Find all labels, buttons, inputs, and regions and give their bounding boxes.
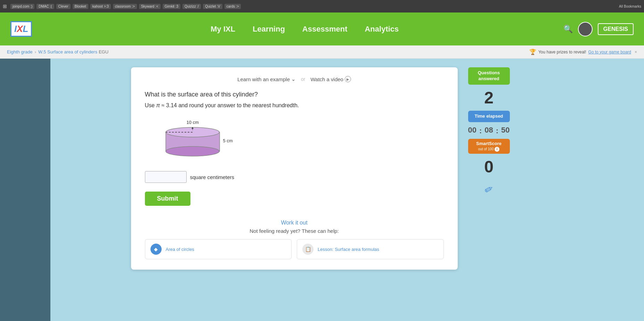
tab-clever[interactable]: Clever xyxy=(56,4,71,9)
tab-skyward[interactable]: Skyward :< xyxy=(139,4,161,9)
smartscore-value: 0 xyxy=(484,157,494,176)
submit-button[interactable]: Submit xyxy=(145,192,190,206)
diamond-icon: ◆ xyxy=(150,244,162,255)
breadcrumb-bar: Eighth grade › W.5 Surface area of cylin… xyxy=(0,45,644,59)
timer-colon-2: : xyxy=(496,126,498,135)
smartscore-label: SmartScore xyxy=(476,141,502,147)
logo-text: IXL xyxy=(14,24,28,34)
watch-video-label: Watch a video xyxy=(310,76,343,82)
right-sidebar: Questions answered 2 Time elapsed 00 : 0… xyxy=(465,67,513,195)
tab-cards[interactable]: cards :> xyxy=(225,4,241,9)
close-notice-icon[interactable]: × xyxy=(635,50,637,54)
learn-example-label: Learn with an example xyxy=(237,76,290,82)
nav-analytics[interactable]: Analytics xyxy=(365,25,399,34)
browser-bar: ⊞ joinpd.com :) DMAC :( Clever Blooket k… xyxy=(0,0,644,12)
ixl-logo[interactable]: IXL xyxy=(10,21,32,37)
nav-my-ixl[interactable]: My IXL xyxy=(211,25,235,34)
cylinder-side-label: 5 cm xyxy=(223,138,233,143)
question-card: Learn with an example ⌄ or Watch a video… xyxy=(131,67,458,270)
breadcrumb-code: EGU xyxy=(99,49,108,54)
tab-classroom[interactable]: classroom :> xyxy=(113,4,137,9)
watch-video-button[interactable]: Watch a video ▶ xyxy=(310,76,351,82)
header-right: 🔍 GENESIS xyxy=(563,22,634,36)
nav-assessment[interactable]: Assessment xyxy=(302,25,348,34)
help-card-circles-label: Area of circles xyxy=(166,247,194,252)
tab-joinpd[interactable]: joinpd.com :) xyxy=(10,4,34,9)
help-card-formulas[interactable]: 📋 Lesson: Surface area formulas xyxy=(297,239,444,259)
question-title: What is the surface area of this cylinde… xyxy=(145,91,444,98)
tab-kahoot[interactable]: kahoot >:3 xyxy=(90,4,111,9)
game-board-link[interactable]: Go to your game board xyxy=(588,50,631,54)
learn-example-button[interactable]: Learn with an example ⌄ xyxy=(237,76,296,82)
work-it-out-section: Work it out Not feeling ready yet? These… xyxy=(145,220,444,259)
timer-hours: 00 xyxy=(468,126,476,135)
pencil-icon[interactable]: ✏ xyxy=(482,182,496,197)
header-nav: My IXL Learning Assessment Analytics xyxy=(46,25,563,34)
tab-dmac[interactable]: DMAC :( xyxy=(36,4,54,9)
svg-point-1 xyxy=(166,146,219,156)
main-content: Learn with an example ⌄ or Watch a video… xyxy=(0,59,644,321)
book-icon: 📋 xyxy=(302,244,313,255)
questions-answered-button[interactable]: Questions answered xyxy=(468,67,510,85)
timer-display: 00 : 08 : 50 xyxy=(468,126,510,135)
bookmarks-label: All Bookmarks xyxy=(619,5,641,8)
help-card-circles[interactable]: ◆ Area of circles xyxy=(145,239,292,259)
answer-unit: square centimeters xyxy=(190,174,235,180)
questions-count: 2 xyxy=(484,88,494,107)
tab-quizlet[interactable]: Quizlet :V xyxy=(203,4,222,9)
tab-quizizz[interactable]: Quizizz :/ xyxy=(182,4,201,9)
help-card-formulas-label: Lesson: Surface area formulas xyxy=(318,247,379,252)
smartscore-sub: out of 100 i xyxy=(478,147,499,152)
grid-icon[interactable]: ⊞ xyxy=(3,3,7,9)
answer-input[interactable] xyxy=(145,171,187,183)
question-instruction: Use π ≈ 3.14 and round your answer to th… xyxy=(145,102,444,109)
timer-minutes: 08 xyxy=(484,126,493,135)
card-top-controls: Learn with an example ⌄ or Watch a video… xyxy=(145,76,444,82)
prize-notice: 🏆 You have prizes to reveal! Go to your … xyxy=(529,49,637,55)
or-separator: or xyxy=(301,76,305,82)
answer-row: square centimeters xyxy=(145,171,444,183)
tab-gimkit[interactable]: Gimkit :3 xyxy=(163,4,180,9)
tab-blooket[interactable]: Blooket xyxy=(73,4,88,9)
work-it-out-link[interactable]: Work it out xyxy=(145,220,444,226)
nav-learning[interactable]: Learning xyxy=(253,25,285,34)
breadcrumb-grade[interactable]: Eighth grade xyxy=(7,49,33,54)
user-avatar[interactable] xyxy=(578,22,593,36)
play-icon: ▶ xyxy=(345,76,351,82)
cylinder-svg xyxy=(162,126,225,157)
timer-colon-1: : xyxy=(479,126,482,135)
browser-tabs: joinpd.com :) DMAC :( Clever Blooket kah… xyxy=(10,4,641,9)
not-ready-text: Not feeling ready yet? These can help: xyxy=(145,228,444,234)
genesis-button[interactable]: GENESIS xyxy=(598,23,634,35)
left-dark-panel xyxy=(0,59,50,321)
cylinder-top-label: 10 cm xyxy=(187,120,199,125)
breadcrumb-skill[interactable]: W.5 Surface area of cylinders xyxy=(38,49,97,54)
cylinder-diagram: 10 cm 5 cm xyxy=(155,119,253,161)
ixl-header: IXL My IXL Learning Assessment Analytics… xyxy=(0,12,644,45)
search-icon[interactable]: 🔍 xyxy=(563,25,573,34)
info-icon: i xyxy=(495,147,499,152)
chevron-down-icon: ⌄ xyxy=(291,76,296,82)
trophy-icon: 🏆 xyxy=(529,49,536,55)
help-cards-row: ◆ Area of circles 📋 Lesson: Surface area… xyxy=(145,239,444,259)
breadcrumb-separator-1: › xyxy=(35,49,36,54)
time-elapsed-button[interactable]: Time elapsed xyxy=(468,111,510,122)
smartscore-button[interactable]: SmartScore out of 100 i xyxy=(468,139,510,154)
timer-seconds: 50 xyxy=(501,126,510,135)
prize-text: You have prizes to reveal! xyxy=(538,50,586,54)
